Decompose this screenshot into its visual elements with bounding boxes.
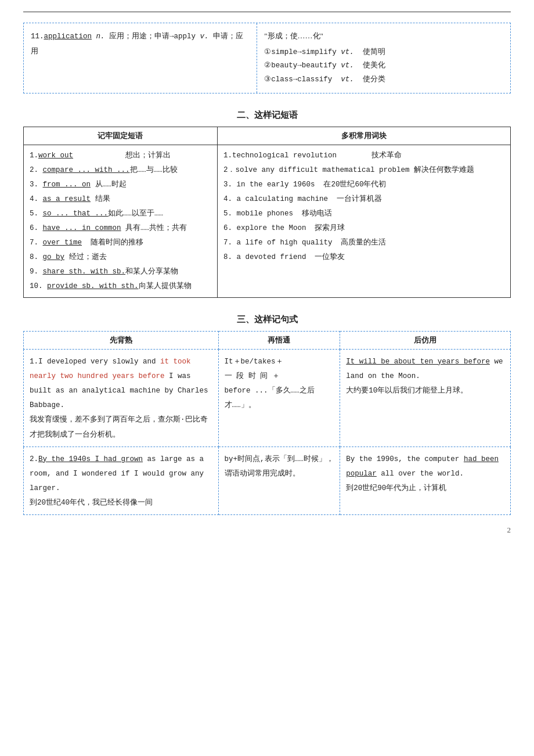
phrase-item-6: 6. have ... in common 具有……共性；共有: [30, 221, 211, 236]
section1-right: "形成；使……化" ①simple→simplify vt. 使简明 ②beau…: [257, 23, 510, 93]
section1-right-title: "形成；使……化": [264, 29, 503, 44]
phrase-item-4: 4. as a result 结果: [30, 192, 211, 207]
section3-header-col3: 后仿用: [340, 331, 511, 349]
chunk-item-8: 8. a devoted friend 一位挚友: [223, 250, 504, 265]
chunk-item-6: 6. explore the Moon 探索月球: [223, 221, 504, 236]
section1-item2: ②beauty→beautify vt. 使美化: [264, 59, 503, 73]
section2-title: 二、这样记短语: [23, 110, 511, 121]
phrase-item-10: 10. provide sb. with sth.向某人提供某物: [30, 279, 211, 294]
top-divider: [23, 12, 511, 12]
row1-text-before: 1.I developed very slowly and: [30, 358, 160, 366]
section1-box: 11.application n. 应用；用途；申请→apply v. 申请；应…: [23, 23, 511, 93]
phrase-item-1: 1.work out 想出；计算出: [30, 149, 211, 163]
section3-row1-col2: It＋be/takes＋一 段 时 间 ＋before ...「多久……之后才……: [218, 349, 340, 447]
row1-grammar: It＋be/takes＋一 段 时 间 ＋before ...「多久……之后才……: [225, 358, 315, 409]
section3-row2-col3: By the 1990s, the computer had been popu…: [340, 447, 511, 515]
phrase-item-8: 8. go by 经过；逝去: [30, 250, 211, 265]
section2-header-right: 多积常用词块: [217, 127, 510, 145]
row1-chinese: 我发育缓慢，差不多到了两百年之后，查尔斯·巴比奇才把我制成了一台分析机。: [30, 416, 208, 438]
phrase-item-9: 9. share sth. with sb.和某人分享某物: [30, 265, 211, 279]
section3-header-col2: 再悟通: [218, 331, 340, 349]
page-number: 2: [23, 525, 511, 535]
row2-blue-text: By the 1940s I had grown: [38, 455, 143, 463]
chunk-item-4: 4. a calculating machine 一台计算机器: [223, 192, 504, 207]
row2-grammar: by+时间点,表示「到……时候」，谓语动词常用完成时。: [225, 455, 334, 478]
row2-example-chinese: 到20世纪90年代为止，计算机: [346, 484, 446, 492]
row2-example: By the 1990s, the computer had been popu…: [346, 455, 499, 478]
section1-item1: ①simple→simplify vt. 使简明: [264, 46, 503, 60]
section3-row2-col1: 2.By the 1940s I had grown as large as a…: [24, 447, 219, 515]
phrase-item-7: 7. over time 随着时间的推移: [30, 236, 211, 250]
chunk-item-7: 7. a life of high quality 高质量的生活: [223, 236, 504, 250]
section3-row2: 2.By the 1940s I had grown as large as a…: [24, 447, 511, 515]
section3-row1: 1.I developed very slowly and it took ne…: [24, 349, 511, 447]
section2-left-col: 1.work out 想出；计算出 2. compare ... with ..…: [24, 145, 218, 297]
section1-item3: ③class→classify vt. 使分类: [264, 73, 503, 87]
chunk-item-1: 1.technological revolution 技术革命: [223, 149, 504, 163]
row2-num: 2.: [30, 455, 38, 463]
section2-table: 记牢固定短语 多积常用词块 1.work out 想出；计算出 2. compa…: [23, 127, 511, 298]
application-entry: 11.application n. 应用；用途；申请→apply v. 申请；应…: [31, 33, 243, 56]
section3-header-col1: 先背熟: [24, 331, 219, 349]
section3-title: 三、这样记句式: [23, 314, 511, 325]
section2-header-left: 记牢固定短语: [24, 127, 218, 145]
section3-table: 先背熟 再悟通 后仿用 1.I developed very slowly an…: [23, 331, 511, 515]
row1-example-chinese: 大约要10年以后我们才能登上月球。: [346, 387, 468, 395]
phrase-item-3: 3. from ... on 从……时起: [30, 178, 211, 192]
row2-chinese: 到20世纪40年代，我已经长得像一间: [30, 499, 153, 507]
section1-left: 11.application n. 应用；用途；申请→apply v. 申请；应…: [24, 23, 257, 93]
phrase-item-2: 2. compare ... with ...把……与……比较: [30, 163, 211, 178]
chunk-item-5: 5. mobile phones 移动电话: [223, 207, 504, 221]
phrase-item-5: 5. so ... that ...如此……以至于……: [30, 207, 211, 221]
row1-example-underline: It will be about ten years before we lan…: [346, 358, 503, 380]
section3-row1-col1: 1.I developed very slowly and it took ne…: [24, 349, 219, 447]
chunk-item-3: 3. in the early 1960s 在20世纪60年代初: [223, 178, 504, 192]
section3-row2-col2: by+时间点,表示「到……时候」，谓语动词常用完成时。: [218, 447, 340, 515]
chunk-item-2: 2．solve any difficult mathematical probl…: [223, 163, 504, 178]
section3-row1-col3: It will be about ten years before we lan…: [340, 349, 511, 447]
section2-right-col: 1.technological revolution 技术革命 2．solve …: [217, 145, 510, 297]
